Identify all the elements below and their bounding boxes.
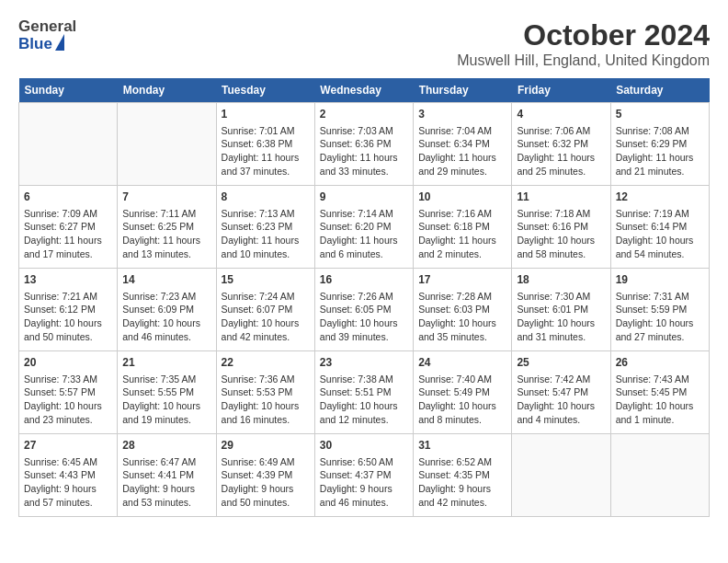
day-info: Sunrise: 7:24 AM Sunset: 6:07 PM Dayligh… <box>222 290 310 344</box>
calendar-cell: 12Sunrise: 7:19 AM Sunset: 6:14 PM Dayli… <box>610 186 709 269</box>
logo: General Blue <box>18 18 76 52</box>
day-header-friday: Friday <box>512 78 610 103</box>
day-header-tuesday: Tuesday <box>216 78 314 103</box>
day-info: Sunrise: 6:47 AM Sunset: 4:41 PM Dayligh… <box>122 455 210 510</box>
title-area: October 2024 Muswell Hill, England, Unit… <box>457 18 710 69</box>
logo-general: General <box>18 18 76 36</box>
calendar-cell: 2Sunrise: 7:03 AM Sunset: 6:36 PM Daylig… <box>314 103 413 186</box>
main-title: October 2024 <box>457 18 710 52</box>
day-info: Sunrise: 7:40 AM Sunset: 5:49 PM Dayligh… <box>418 373 506 427</box>
day-info: Sunrise: 7:06 AM Sunset: 6:32 PM Dayligh… <box>517 124 605 178</box>
day-info: Sunrise: 7:23 AM Sunset: 6:09 PM Dayligh… <box>122 290 210 344</box>
day-header-monday: Monday <box>118 78 216 103</box>
calendar-cell: 1Sunrise: 7:01 AM Sunset: 6:38 PM Daylig… <box>216 103 314 186</box>
day-number: 15 <box>222 272 310 288</box>
subtitle: Muswell Hill, England, United Kingdom <box>457 52 710 69</box>
day-info: Sunrise: 7:09 AM Sunset: 6:27 PM Dayligh… <box>24 207 112 261</box>
calendar-cell: 6Sunrise: 7:09 AM Sunset: 6:27 PM Daylig… <box>19 186 118 269</box>
calendar-cell <box>512 434 610 517</box>
day-number: 29 <box>222 438 310 454</box>
day-info: Sunrise: 7:42 AM Sunset: 5:47 PM Dayligh… <box>517 373 605 427</box>
day-info: Sunrise: 7:14 AM Sunset: 6:20 PM Dayligh… <box>320 207 408 261</box>
logo-blue: Blue <box>18 36 52 53</box>
calendar-cell: 23Sunrise: 7:38 AM Sunset: 5:51 PM Dayli… <box>314 351 413 434</box>
calendar-cell: 30Sunrise: 6:50 AM Sunset: 4:37 PM Dayli… <box>314 434 413 517</box>
day-info: Sunrise: 6:49 AM Sunset: 4:39 PM Dayligh… <box>222 455 310 510</box>
day-number: 11 <box>517 190 605 205</box>
calendar-cell: 10Sunrise: 7:16 AM Sunset: 6:18 PM Dayli… <box>414 186 512 269</box>
week-row-1: 1Sunrise: 7:01 AM Sunset: 6:38 PM Daylig… <box>19 103 710 186</box>
calendar-cell: 20Sunrise: 7:33 AM Sunset: 5:57 PM Dayli… <box>19 351 118 434</box>
day-number: 19 <box>616 272 704 288</box>
day-header-saturday: Saturday <box>610 78 709 103</box>
calendar-cell: 22Sunrise: 7:36 AM Sunset: 5:53 PM Dayli… <box>216 351 314 434</box>
day-info: Sunrise: 7:18 AM Sunset: 6:16 PM Dayligh… <box>517 207 605 261</box>
day-number: 23 <box>320 355 408 371</box>
calendar-cell: 18Sunrise: 7:30 AM Sunset: 6:01 PM Dayli… <box>512 269 610 351</box>
calendar-cell: 16Sunrise: 7:26 AM Sunset: 6:05 PM Dayli… <box>314 269 413 351</box>
day-number: 20 <box>24 355 112 371</box>
day-info: Sunrise: 6:50 AM Sunset: 4:37 PM Dayligh… <box>320 455 408 510</box>
day-number: 2 <box>320 107 408 122</box>
day-number: 1 <box>222 107 310 122</box>
day-number: 27 <box>24 438 112 454</box>
calendar-cell: 5Sunrise: 7:08 AM Sunset: 6:29 PM Daylig… <box>610 103 709 186</box>
day-number: 31 <box>418 438 506 454</box>
day-info: Sunrise: 7:21 AM Sunset: 6:12 PM Dayligh… <box>24 290 112 344</box>
day-number: 24 <box>418 355 506 371</box>
day-number: 25 <box>517 355 605 371</box>
day-header-thursday: Thursday <box>414 78 512 103</box>
logo-text: General Blue <box>18 18 76 52</box>
calendar-cell: 21Sunrise: 7:35 AM Sunset: 5:55 PM Dayli… <box>118 351 216 434</box>
header: General Blue October 2024 Muswell Hill, … <box>18 18 710 69</box>
day-number: 8 <box>222 190 310 205</box>
day-number: 3 <box>418 107 506 122</box>
day-info: Sunrise: 7:43 AM Sunset: 5:45 PM Dayligh… <box>616 373 704 427</box>
day-number: 9 <box>320 190 408 205</box>
day-number: 6 <box>24 190 112 205</box>
day-number: 21 <box>122 355 210 371</box>
day-number: 28 <box>122 438 210 454</box>
week-row-4: 20Sunrise: 7:33 AM Sunset: 5:57 PM Dayli… <box>19 351 710 434</box>
day-number: 5 <box>616 107 704 122</box>
day-info: Sunrise: 7:13 AM Sunset: 6:23 PM Dayligh… <box>222 207 310 261</box>
day-number: 26 <box>616 355 704 371</box>
week-row-5: 27Sunrise: 6:45 AM Sunset: 4:43 PM Dayli… <box>19 434 710 517</box>
calendar-table: SundayMondayTuesdayWednesdayThursdayFrid… <box>18 78 710 517</box>
day-info: Sunrise: 7:01 AM Sunset: 6:38 PM Dayligh… <box>222 124 310 178</box>
day-info: Sunrise: 7:30 AM Sunset: 6:01 PM Dayligh… <box>517 290 605 344</box>
calendar-cell <box>610 434 709 517</box>
day-info: Sunrise: 7:03 AM Sunset: 6:36 PM Dayligh… <box>320 124 408 178</box>
day-header-sunday: Sunday <box>19 78 118 103</box>
day-info: Sunrise: 6:52 AM Sunset: 4:35 PM Dayligh… <box>418 455 506 510</box>
calendar-cell: 7Sunrise: 7:11 AM Sunset: 6:25 PM Daylig… <box>118 186 216 269</box>
day-info: Sunrise: 7:36 AM Sunset: 5:53 PM Dayligh… <box>222 373 310 427</box>
day-number: 4 <box>517 107 605 122</box>
day-number: 12 <box>616 190 704 205</box>
logo-triangle-icon <box>55 34 64 51</box>
calendar-cell: 3Sunrise: 7:04 AM Sunset: 6:34 PM Daylig… <box>414 103 512 186</box>
calendar-cell: 13Sunrise: 7:21 AM Sunset: 6:12 PM Dayli… <box>19 269 118 351</box>
day-number: 13 <box>24 272 112 288</box>
calendar-cell: 27Sunrise: 6:45 AM Sunset: 4:43 PM Dayli… <box>19 434 118 517</box>
day-number: 16 <box>320 272 408 288</box>
day-number: 14 <box>122 272 210 288</box>
calendar-cell: 14Sunrise: 7:23 AM Sunset: 6:09 PM Dayli… <box>118 269 216 351</box>
day-info: Sunrise: 7:19 AM Sunset: 6:14 PM Dayligh… <box>616 207 704 261</box>
calendar-cell: 28Sunrise: 6:47 AM Sunset: 4:41 PM Dayli… <box>118 434 216 517</box>
calendar-cell: 15Sunrise: 7:24 AM Sunset: 6:07 PM Dayli… <box>216 269 314 351</box>
day-number: 30 <box>320 438 408 454</box>
day-number: 7 <box>122 190 210 205</box>
calendar-cell: 11Sunrise: 7:18 AM Sunset: 6:16 PM Dayli… <box>512 186 610 269</box>
calendar-cell: 9Sunrise: 7:14 AM Sunset: 6:20 PM Daylig… <box>314 186 413 269</box>
day-info: Sunrise: 7:35 AM Sunset: 5:55 PM Dayligh… <box>122 373 210 427</box>
calendar-cell: 25Sunrise: 7:42 AM Sunset: 5:47 PM Dayli… <box>512 351 610 434</box>
header-row: SundayMondayTuesdayWednesdayThursdayFrid… <box>19 78 710 103</box>
calendar-cell: 4Sunrise: 7:06 AM Sunset: 6:32 PM Daylig… <box>512 103 610 186</box>
day-info: Sunrise: 7:31 AM Sunset: 5:59 PM Dayligh… <box>616 290 704 344</box>
day-info: Sunrise: 7:04 AM Sunset: 6:34 PM Dayligh… <box>418 124 506 178</box>
calendar-cell <box>118 103 216 186</box>
calendar-cell: 29Sunrise: 6:49 AM Sunset: 4:39 PM Dayli… <box>216 434 314 517</box>
calendar-cell: 31Sunrise: 6:52 AM Sunset: 4:35 PM Dayli… <box>414 434 512 517</box>
day-info: Sunrise: 6:45 AM Sunset: 4:43 PM Dayligh… <box>24 455 112 510</box>
